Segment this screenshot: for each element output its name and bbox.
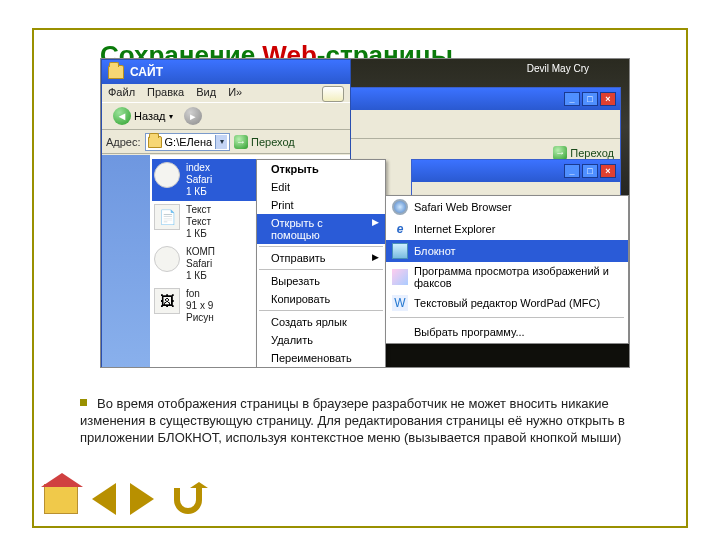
- menu-rename[interactable]: Переименовать: [257, 349, 385, 367]
- minimize-button[interactable]: _: [564, 92, 580, 106]
- safari-doc-icon: [154, 162, 180, 188]
- address-bar: Адрес: G:\ЕЛена ▾ →Переход: [102, 130, 350, 154]
- home-button[interactable]: [44, 484, 78, 514]
- menu-copy[interactable]: Копировать: [257, 290, 385, 308]
- close-button[interactable]: ×: [600, 92, 616, 106]
- back-button[interactable]: ◄ Назад ▾: [106, 104, 180, 128]
- prev-slide-button[interactable]: [92, 483, 116, 515]
- submenu-arrow-icon: ▶: [372, 252, 379, 262]
- paragraph-text: Во время отображения страницы в браузере…: [80, 396, 625, 445]
- address-combo[interactable]: G:\ЕЛена ▾: [145, 133, 231, 151]
- folder-icon: [108, 65, 124, 79]
- xp-logo-icon: [322, 86, 344, 102]
- maximize-button[interactable]: □: [582, 164, 598, 178]
- menu-open[interactable]: Открыть: [257, 160, 385, 178]
- submenu-safari[interactable]: Safari Web Browser: [386, 196, 628, 218]
- wordpad-icon: W: [392, 295, 408, 311]
- back-icon: ◄: [113, 107, 131, 125]
- slide-paragraph: Во время отображения страницы в браузере…: [80, 395, 660, 446]
- menu-cut[interactable]: Вырезать: [257, 272, 385, 290]
- back-label: Назад: [134, 110, 166, 122]
- submenu-choose[interactable]: Выбрать программу...: [386, 321, 628, 343]
- bullet-icon: [80, 399, 87, 406]
- address-value: G:\ЕЛена: [165, 136, 213, 148]
- menu-send-to[interactable]: Отправить▶: [257, 249, 385, 267]
- menu-file[interactable]: Файл: [108, 86, 135, 100]
- desktop-label: Devil May Cry: [527, 63, 589, 74]
- win3-titlebar[interactable]: _ □ ×: [412, 160, 620, 182]
- separator: [390, 317, 624, 318]
- go-button[interactable]: →Переход: [234, 135, 295, 149]
- safari-icon: [392, 199, 408, 215]
- submenu-image-viewer[interactable]: Программа просмотра изображений и факсов: [386, 262, 628, 292]
- safari-doc-icon: [154, 246, 180, 272]
- close-button[interactable]: ×: [600, 164, 616, 178]
- submenu-notepad[interactable]: Блокнот: [386, 240, 628, 262]
- window-title: САЙТ: [130, 65, 163, 79]
- menu-open-with[interactable]: Открыть с помощью▶: [257, 214, 385, 244]
- submenu-arrow-icon: ▶: [372, 217, 379, 227]
- blank-icon: [392, 324, 408, 340]
- menu-edit[interactable]: Правка: [147, 86, 184, 100]
- go-button[interactable]: →Переход: [553, 146, 614, 160]
- folder-icon: [148, 136, 162, 148]
- submenu-ie[interactable]: eInternet Explorer: [386, 218, 628, 240]
- forward-button[interactable]: ▸: [184, 107, 202, 125]
- image-viewer-icon: [392, 269, 408, 285]
- separator: [259, 310, 383, 311]
- maximize-button[interactable]: □: [582, 92, 598, 106]
- return-button[interactable]: [168, 482, 208, 516]
- submenu-wordpad[interactable]: WТекстовый редактор WordPad (MFC): [386, 292, 628, 314]
- separator: [259, 269, 383, 270]
- image-icon: 🖼: [154, 288, 180, 314]
- screenshot-stage: Devil May Cry _ □ × » →Переход _ □ × САЙ…: [100, 58, 630, 368]
- go-icon: →: [234, 135, 248, 149]
- toolbar: ◄ Назад ▾ ▸: [102, 102, 350, 130]
- menu-shortcut[interactable]: Создать ярлык: [257, 313, 385, 331]
- next-slide-button[interactable]: [130, 483, 154, 515]
- menu-print[interactable]: Print: [257, 196, 385, 214]
- address-label: Адрес:: [106, 136, 141, 148]
- menu-more[interactable]: И»: [228, 86, 242, 100]
- open-with-submenu[interactable]: Safari Web Browser eInternet Explorer Бл…: [385, 195, 629, 344]
- separator: [259, 246, 383, 247]
- tasks-pane[interactable]: [102, 155, 150, 368]
- ie-icon: e: [392, 221, 408, 237]
- dropdown-icon[interactable]: ▾: [215, 135, 227, 149]
- context-menu[interactable]: Открыть Edit Print Открыть с помощью▶ От…: [256, 159, 386, 368]
- explorer-titlebar[interactable]: САЙТ: [102, 60, 350, 84]
- menu-edit[interactable]: Edit: [257, 178, 385, 196]
- menu-bar[interactable]: Файл Правка Вид И»: [102, 84, 350, 102]
- text-doc-icon: 📄: [154, 204, 180, 230]
- minimize-button[interactable]: _: [564, 164, 580, 178]
- slide-nav: [44, 482, 208, 516]
- menu-delete[interactable]: Удалить: [257, 331, 385, 349]
- notepad-icon: [392, 243, 408, 259]
- dropdown-icon[interactable]: ▾: [169, 112, 173, 121]
- menu-view[interactable]: Вид: [196, 86, 216, 100]
